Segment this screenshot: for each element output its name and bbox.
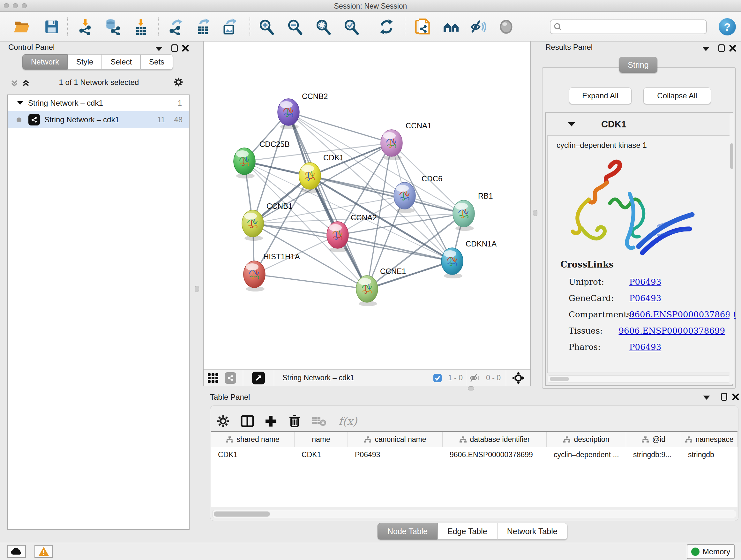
protein-section-header[interactable]: CDK1 bbox=[546, 113, 732, 135]
network-node-hist1h1a[interactable] bbox=[244, 261, 265, 292]
eye-slash-button[interactable] bbox=[469, 17, 487, 36]
table-panel-float-icon[interactable] bbox=[719, 392, 729, 401]
hidden-eye-icon[interactable] bbox=[469, 373, 480, 383]
zoom-out-button[interactable] bbox=[286, 17, 304, 36]
import-network-database-button[interactable] bbox=[104, 17, 122, 36]
birds-eye-crosshair-icon[interactable] bbox=[511, 371, 525, 385]
apply-layout-button[interactable] bbox=[378, 17, 395, 36]
search-box[interactable] bbox=[550, 19, 707, 34]
crosslink-link[interactable]: P06493 bbox=[629, 277, 661, 287]
network-canvas[interactable]: CCNB2CCNA1CDC25BCDK1CDC6RB1CCNB1CCNA2CDK… bbox=[204, 42, 530, 369]
function-builder-icon[interactable]: f(x) bbox=[333, 414, 362, 429]
results-vertical-scrollbar[interactable] bbox=[730, 113, 734, 384]
column-header--id[interactable]: @id bbox=[626, 432, 681, 447]
crosslink-link[interactable]: P06493 bbox=[629, 342, 661, 352]
network-edge[interactable] bbox=[288, 112, 392, 143]
export-image-button[interactable] bbox=[221, 17, 239, 36]
network-edge[interactable] bbox=[254, 274, 367, 289]
tab-edge-table[interactable]: Edge Table bbox=[437, 523, 497, 540]
network-edge[interactable] bbox=[288, 112, 464, 213]
results-horizontal-scrollbar[interactable] bbox=[548, 375, 730, 382]
network-node-ccne1[interactable] bbox=[356, 275, 378, 306]
network-collection-row[interactable]: String Network – cdk1 1 bbox=[8, 95, 189, 111]
network-node-cdc25b[interactable] bbox=[233, 148, 255, 179]
control-panel-menu-icon[interactable] bbox=[154, 44, 164, 54]
column-header-database-identifier[interactable]: database identifier bbox=[443, 432, 547, 447]
collection-expand-icon[interactable] bbox=[17, 100, 23, 107]
results-panel-float-icon[interactable] bbox=[717, 44, 726, 53]
network-node-cdkn1a[interactable] bbox=[441, 248, 463, 278]
scrollbar-thumb[interactable] bbox=[550, 377, 569, 381]
crosslink-link[interactable]: P06493 bbox=[629, 294, 661, 303]
crosslink-link[interactable]: 9606.ENSP00000378699 bbox=[629, 310, 736, 319]
import-network-file-button[interactable] bbox=[77, 17, 94, 36]
scrollbar-thumb[interactable] bbox=[730, 143, 733, 169]
tab-string[interactable]: String bbox=[619, 57, 657, 73]
control-panel-close-icon[interactable] bbox=[181, 44, 190, 53]
network-options-gear-icon[interactable] bbox=[174, 77, 183, 87]
eye-button[interactable] bbox=[497, 17, 515, 36]
column-header-name[interactable]: name bbox=[294, 432, 348, 447]
tab-network[interactable]: Network bbox=[22, 54, 68, 70]
grid-view-icon[interactable] bbox=[207, 373, 219, 383]
fit-content-button[interactable] bbox=[314, 17, 332, 36]
houses-button[interactable] bbox=[442, 17, 460, 36]
open-session-button[interactable] bbox=[13, 17, 30, 36]
table-panel-close-icon[interactable] bbox=[731, 392, 740, 401]
table-panel-menu-icon[interactable] bbox=[702, 393, 711, 402]
network-node-ccnb2[interactable] bbox=[278, 99, 299, 129]
network-row[interactable]: String Network – cdk1 11 48 bbox=[8, 111, 189, 128]
network-share-icon[interactable] bbox=[225, 372, 236, 384]
collapse-all-button[interactable]: Collapse All bbox=[643, 87, 711, 104]
table-settings-gear-icon[interactable] bbox=[215, 414, 231, 429]
add-column-icon[interactable] bbox=[263, 414, 279, 429]
tab-style[interactable]: Style bbox=[68, 54, 102, 70]
column-header-description[interactable]: description bbox=[547, 432, 626, 447]
tab-sets[interactable]: Sets bbox=[140, 54, 173, 70]
column-header-namespace[interactable]: namespace bbox=[681, 432, 738, 447]
control-panel-float-icon[interactable] bbox=[170, 44, 179, 53]
network-edge[interactable] bbox=[288, 112, 367, 289]
save-session-button[interactable] bbox=[43, 17, 61, 36]
crosslink-link[interactable]: 9606.ENSP00000378699 bbox=[619, 326, 725, 335]
import-table-button[interactable] bbox=[132, 17, 150, 36]
column-header-shared-name[interactable]: shared name bbox=[211, 432, 294, 447]
document-share-button[interactable] bbox=[414, 17, 432, 36]
export-network-button[interactable] bbox=[167, 17, 185, 36]
tab-network-table[interactable]: Network Table bbox=[497, 523, 567, 540]
cloud-button[interactable] bbox=[7, 545, 26, 558]
export-table-button[interactable] bbox=[195, 17, 212, 36]
selected-checkbox[interactable] bbox=[433, 374, 442, 382]
delete-column-trash-icon[interactable] bbox=[287, 414, 302, 429]
crosslink-label: Tissues: bbox=[569, 326, 619, 335]
table-row[interactable]: CDK1CDK1P064939606.ENSP00000378699cyclin… bbox=[211, 447, 738, 462]
delete-table-icon[interactable] bbox=[311, 414, 327, 429]
help-button[interactable]: ? bbox=[719, 18, 736, 36]
scrollbar-thumb[interactable] bbox=[214, 511, 270, 516]
zoom-selected-button[interactable] bbox=[342, 17, 360, 36]
detach-view-icon[interactable] bbox=[252, 372, 265, 384]
collapse-all-icon[interactable] bbox=[10, 78, 19, 88]
table-tabs: Node TableEdge TableNetwork Table bbox=[378, 523, 567, 540]
memory-button[interactable]: Memory bbox=[687, 544, 735, 559]
results-panel-close-icon[interactable] bbox=[728, 44, 738, 53]
tab-select[interactable]: Select bbox=[102, 54, 140, 70]
left-splitter-grip[interactable] bbox=[195, 286, 199, 292]
results-panel: Results Panel String Expand All Collapse… bbox=[541, 42, 741, 390]
column-header-canonical-name[interactable]: canonical name bbox=[348, 432, 443, 447]
right-splitter-grip[interactable] bbox=[533, 210, 537, 216]
network-node-ccnb1[interactable] bbox=[242, 210, 264, 241]
search-input[interactable] bbox=[565, 23, 706, 31]
warnings-button[interactable] bbox=[35, 545, 53, 558]
expand-all-button[interactable]: Expand All bbox=[569, 87, 631, 104]
network-edge[interactable] bbox=[338, 235, 452, 261]
expand-all-icon[interactable] bbox=[21, 78, 30, 88]
show-columns-icon[interactable] bbox=[240, 414, 255, 429]
section-collapse-icon[interactable] bbox=[568, 122, 575, 126]
network-node-rb1[interactable] bbox=[453, 200, 475, 231]
zoom-in-button[interactable] bbox=[258, 17, 275, 36]
results-panel-menu-icon[interactable] bbox=[701, 44, 711, 54]
network-node-cdc6[interactable] bbox=[394, 182, 415, 213]
tab-node-table[interactable]: Node Table bbox=[378, 523, 437, 540]
table-horizontal-scrollbar[interactable] bbox=[212, 510, 736, 518]
